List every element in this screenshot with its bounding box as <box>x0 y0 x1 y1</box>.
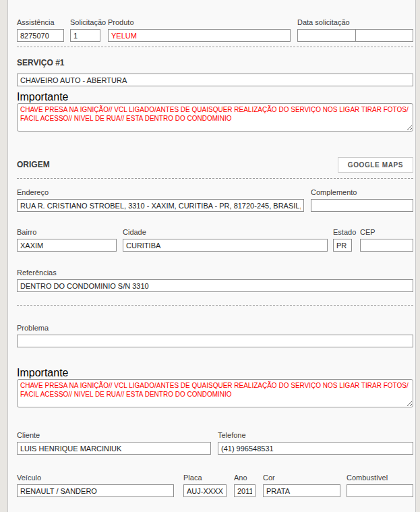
combustivel-input[interactable] <box>347 484 413 497</box>
estado-field: Estado <box>333 228 352 252</box>
combustivel-label: Combustível <box>347 474 413 482</box>
ano-input[interactable] <box>234 484 256 497</box>
servico-heading: SERVIÇO #1 <box>17 59 413 67</box>
bairro-label: Bairro <box>17 228 117 237</box>
cliente-row: Cliente Telefone <box>17 431 413 455</box>
servico-importante-label: Importante <box>17 91 413 103</box>
form-content: Assistência Solicitação Produto Data sol… <box>8 0 413 497</box>
veiculo-field: Veículo <box>17 474 174 497</box>
separator-1 <box>17 47 413 47</box>
endereco-field: Endereço <box>17 188 304 212</box>
veiculo-row: Veículo Placa Ano Cor Combustível <box>17 474 413 497</box>
endereco-label: Endereço <box>17 188 304 197</box>
complemento-input[interactable] <box>311 199 413 212</box>
assistencia-label: Assistência <box>17 18 64 27</box>
estado-label: Estado <box>333 228 352 237</box>
cliente-field: Cliente <box>17 431 211 455</box>
detalhes-importante-label: Importante <box>17 367 413 379</box>
header-fields-row: Assistência Solicitação Produto Data sol… <box>17 18 413 42</box>
data-solicitacao-label: Data solicitação <box>297 18 413 27</box>
cliente-input[interactable] <box>17 442 211 455</box>
origem-header-row: ORIGEM GOOGLE MAPS <box>17 157 413 173</box>
assistencia-field: Assistência <box>17 18 64 42</box>
ano-field: Ano <box>234 474 256 497</box>
placa-input[interactable] <box>183 484 227 497</box>
veiculo-label: Veículo <box>17 474 174 482</box>
bairro-field: Bairro <box>17 228 117 252</box>
assistencia-input[interactable] <box>17 29 64 42</box>
telefone-label: Telefone <box>218 431 413 440</box>
data-solicitacao-pair <box>297 29 413 42</box>
ano-label: Ano <box>234 474 256 482</box>
bairro-row: Bairro Cidade Estado CEP <box>17 228 413 252</box>
origem-heading: ORIGEM <box>17 161 50 169</box>
combustivel-field: Combustível <box>347 474 413 497</box>
google-maps-button[interactable]: GOOGLE MAPS <box>338 157 413 173</box>
produto-label: Produto <box>108 18 291 27</box>
form-panel: Assistência Solicitação Produto Data sol… <box>7 0 416 512</box>
data-solicitacao-field: Data solicitação <box>297 18 413 42</box>
separator-2 <box>17 178 413 179</box>
cidade-input[interactable] <box>123 239 328 252</box>
cep-label: CEP <box>360 228 413 237</box>
data-solicitacao-date-input[interactable] <box>297 29 356 42</box>
placa-field: Placa <box>183 474 227 497</box>
referencias-input[interactable] <box>17 279 413 292</box>
cor-input[interactable] <box>263 484 340 497</box>
bairro-input[interactable] <box>17 239 117 252</box>
produto-field: Produto <box>108 18 291 42</box>
problema-input[interactable] <box>17 335 413 347</box>
data-solicitacao-time-input[interactable] <box>355 29 413 42</box>
cidade-label: Cidade <box>123 228 328 237</box>
detalhes-importante-textarea[interactable]: CHAVE PRESA NA IGNIÇÃO// VCL LIGADO/ANTE… <box>17 379 413 407</box>
estado-input[interactable] <box>333 239 352 252</box>
solicitacao-field: Solicitação <box>70 18 100 42</box>
placa-label: Placa <box>183 474 227 482</box>
endereco-input[interactable] <box>17 199 304 212</box>
veiculo-input[interactable] <box>17 484 174 497</box>
endereco-row: Endereço Complemento <box>17 188 413 212</box>
complemento-label: Complemento <box>311 188 413 197</box>
cidade-field: Cidade <box>123 228 328 252</box>
solicitacao-input[interactable] <box>70 29 100 42</box>
produto-input[interactable] <box>108 29 291 42</box>
referencias-label: Referências <box>17 268 413 277</box>
telefone-field: Telefone <box>218 431 413 455</box>
solicitacao-label: Solicitação <box>70 18 100 27</box>
cliente-label: Cliente <box>17 431 211 440</box>
separator-3 <box>17 305 413 306</box>
servico-importante-textarea[interactable]: CHAVE PRESA NA IGNIÇÃO// VCL LIGADO/ANTE… <box>17 103 413 132</box>
telefone-input[interactable] <box>218 442 413 455</box>
complemento-field: Complemento <box>311 188 413 212</box>
cep-input[interactable] <box>360 239 413 252</box>
cor-label: Cor <box>263 474 340 482</box>
servico-tipo-input[interactable] <box>17 74 413 86</box>
cor-field: Cor <box>263 474 340 497</box>
problema-label: Problema <box>17 324 413 333</box>
referencias-field: Referências <box>17 268 413 292</box>
cep-field: CEP <box>360 228 413 252</box>
problema-field: Problema <box>17 324 413 347</box>
